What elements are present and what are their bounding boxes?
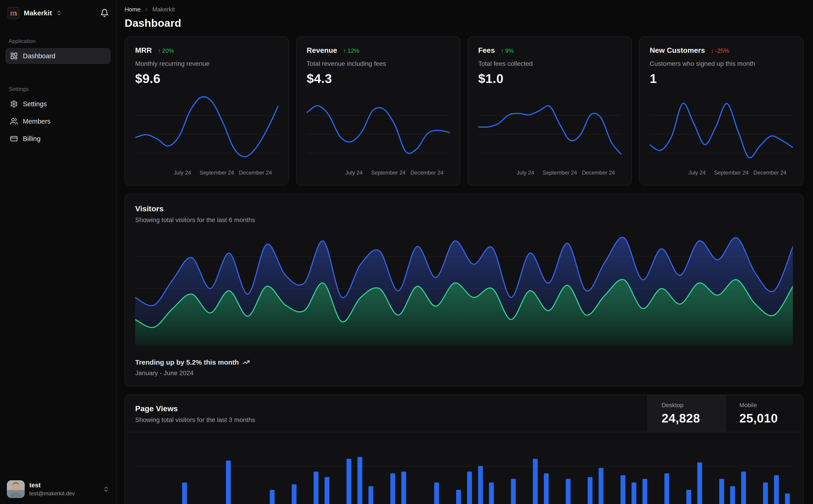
- trend-down-badge: ↓-25%: [711, 47, 729, 54]
- x-tick: September 24: [371, 170, 405, 176]
- sidebar-nav: Application Dashboard Settings Settings …: [0, 25, 116, 474]
- x-tick: December 24: [754, 170, 786, 176]
- x-axis-ticks: July 24 September 24 December 24: [478, 170, 622, 179]
- stat-title: MRR: [135, 46, 152, 55]
- sidebar-item-dashboard[interactable]: Dashboard: [5, 48, 111, 64]
- x-tick: July 24: [517, 170, 534, 176]
- visitors-area-chart: [135, 231, 793, 346]
- tab-desktop[interactable]: Desktop 24,828: [648, 395, 725, 432]
- arrow-up-icon: ↑: [158, 47, 161, 54]
- stat-description: Total revenue including fees: [307, 60, 450, 67]
- breadcrumb-home-link[interactable]: Home: [125, 6, 140, 13]
- revenue-sparkline-chart: [307, 93, 450, 168]
- x-tick: December 24: [582, 170, 615, 176]
- x-tick: September 24: [542, 170, 577, 176]
- x-axis-ticks: July 24 September 24 December 24: [307, 170, 450, 179]
- breadcrumb: Home Makerkit: [125, 6, 803, 13]
- trend-value: 9%: [505, 47, 514, 54]
- trend-up-badge: ↑9%: [501, 47, 514, 54]
- sidebar-section-application: Application: [5, 38, 111, 44]
- x-tick: September 24: [199, 170, 234, 176]
- x-tick: July 24: [345, 170, 363, 176]
- trend-up-badge: ↑20%: [158, 47, 174, 54]
- trend-up-badge: ↑12%: [343, 47, 359, 54]
- mrr-sparkline-chart: [135, 93, 278, 168]
- x-tick: July 24: [688, 170, 706, 176]
- stat-title: Fees: [478, 46, 495, 55]
- arrow-down-icon: ↓: [711, 47, 714, 54]
- sidebar-item-billing[interactable]: Billing: [5, 131, 111, 147]
- tab-value: 25,010: [739, 411, 803, 425]
- credit-card-icon: [10, 135, 18, 143]
- sidebar-item-members[interactable]: Members: [5, 113, 111, 129]
- x-tick: September 24: [714, 170, 749, 176]
- user-menu[interactable]: test test@makerkit.dev: [0, 474, 116, 504]
- chevron-right-icon: [144, 7, 149, 12]
- notifications-bell-icon[interactable]: [100, 9, 109, 17]
- visitors-date-range: January - June 2024: [135, 369, 793, 377]
- arrow-up-icon: ↑: [343, 47, 346, 54]
- visitors-card: Visitors Showing total visitors for the …: [125, 194, 803, 386]
- page-views-title: Page Views: [135, 404, 638, 413]
- logo-letter: m: [10, 9, 17, 17]
- visitors-title: Visitors: [135, 204, 793, 213]
- x-axis-ticks: July 24 September 24 December 24: [650, 170, 793, 179]
- stat-value: 1: [650, 71, 793, 86]
- stat-description: Monthly recurring revenue: [135, 60, 278, 67]
- user-meta: test test@makerkit.dev: [29, 482, 98, 497]
- page-views-subtitle: Showing total visitors for the last 3 mo…: [135, 416, 638, 424]
- sidebar-item-label: Settings: [23, 100, 47, 108]
- stat-description: Customers who signed up this month: [650, 60, 793, 67]
- fees-sparkline-chart: [478, 93, 622, 168]
- x-tick: July 24: [174, 170, 191, 176]
- page-views-card: Page Views Showing total visitors for th…: [125, 395, 803, 504]
- layout-dashboard-icon: [10, 52, 18, 60]
- chevrons-up-down-icon: [103, 486, 109, 492]
- visitors-trend-text: Trending up by 5.2% this month: [135, 358, 239, 366]
- page-views-bar-chart: [135, 435, 793, 504]
- stat-description: Total fees collected: [478, 60, 622, 67]
- user-email: test@makerkit.dev: [29, 490, 98, 497]
- x-tick: December 24: [410, 170, 443, 176]
- gear-icon: [10, 100, 18, 108]
- stat-card-fees: Fees ↑9% Total fees collected $1.0 July …: [468, 37, 632, 186]
- stat-card-new-customers: New Customers ↓-25% Customers who signed…: [639, 37, 803, 186]
- sidebar-section-settings: Settings: [5, 86, 111, 92]
- user-name: test: [29, 482, 98, 489]
- makerkit-logo: m: [7, 7, 20, 19]
- stat-card-grid: MRR ↑20% Monthly recurring revenue $9.6 …: [125, 37, 803, 186]
- stat-value: $4.3: [307, 71, 450, 86]
- customers-sparkline-chart: [650, 93, 793, 168]
- page-title: Dashboard: [125, 17, 803, 29]
- tab-label: Mobile: [739, 402, 803, 409]
- stat-value: $1.0: [478, 71, 622, 86]
- visitors-trend-line: Trending up by 5.2% this month: [135, 358, 793, 366]
- tab-mobile[interactable]: Mobile 25,010: [725, 395, 803, 432]
- x-tick: December 24: [239, 170, 272, 176]
- tab-value: 24,828: [662, 411, 725, 425]
- workspace-switcher-icon[interactable]: [56, 10, 62, 16]
- trending-up-icon: [243, 359, 250, 366]
- tab-label: Desktop: [662, 402, 725, 409]
- sidebar-item-label: Dashboard: [23, 52, 55, 60]
- main-content: Home Makerkit Dashboard MRR ↑20% Monthly…: [117, 0, 813, 504]
- stat-title: Revenue: [307, 46, 337, 55]
- breadcrumb-current: Makerkit: [152, 6, 175, 13]
- visitors-subtitle: Showing total visitors for the last 6 mo…: [135, 216, 793, 224]
- sidebar: m Makerkit Application Dashboard Setting…: [0, 0, 117, 504]
- sidebar-item-label: Members: [23, 118, 50, 125]
- trend-value: 20%: [162, 47, 174, 54]
- workspace-name: Makerkit: [24, 9, 52, 17]
- avatar: [7, 480, 25, 498]
- trend-value: 12%: [347, 47, 359, 54]
- x-axis-ticks: July 24 September 24 December 24: [135, 170, 278, 179]
- stat-card-mrr: MRR ↑20% Monthly recurring revenue $9.6 …: [125, 37, 289, 186]
- page-views-header: Page Views Showing total visitors for th…: [125, 395, 803, 432]
- sidebar-item-label: Billing: [23, 135, 40, 143]
- users-icon: [10, 117, 18, 125]
- sidebar-item-settings[interactable]: Settings: [5, 96, 111, 112]
- arrow-up-icon: ↑: [501, 47, 504, 54]
- workspace-row: m Makerkit: [0, 0, 116, 25]
- stat-title: New Customers: [650, 46, 705, 55]
- stat-value: $9.6: [135, 71, 278, 86]
